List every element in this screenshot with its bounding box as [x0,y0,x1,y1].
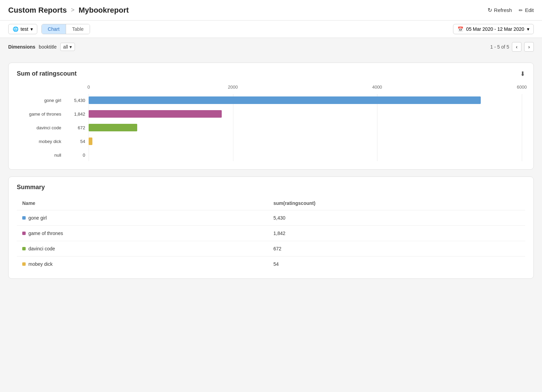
chevron-down-icon [527,26,529,32]
table-row: game of thrones 1,842 [17,226,525,241]
chevron-down-icon [69,44,72,50]
summary-row-value: 5,430 [268,210,525,226]
view-tabs: Chart Table [41,24,90,34]
summary-name-cell: davinci code [17,241,268,257]
summary-name-cell: game of thrones [17,226,268,241]
axis-label-6000: 6000 [517,84,527,90]
chart-bars: gone girl 5,430 game of thrones 1,842 da… [20,94,522,161]
chart-row-value: 672 [65,125,89,130]
chart-bar [89,124,137,131]
pagination: 1 - 5 of 5 [490,42,534,52]
chart-row: gone girl 5,430 [20,94,522,106]
summary-title: Summary [17,184,45,191]
chart-bar [89,138,92,145]
chevron-right-icon [528,44,530,50]
chart-axis: 0 2000 4000 6000 [89,84,522,93]
calendar-icon [457,26,463,32]
chart-bar [89,110,222,118]
summary-name-cell: mobey dick [17,257,268,272]
chevron-down-icon [30,26,33,32]
summary-row-value: 672 [268,241,525,257]
chart-title: Sum of ratingscount [17,70,77,77]
summary-row-name: mobey dick [28,261,53,267]
header-actions: Refresh Edit [488,7,534,13]
globe-icon [13,26,18,32]
chart-row: davinci code 672 [20,121,522,134]
chart-row-label: gone girl [20,98,65,103]
chart-row-value: 5,430 [65,98,89,103]
chart-row-value: 54 [65,139,89,144]
summary-row-name: game of thrones [28,231,63,236]
chart-row-value: 1,842 [65,112,89,117]
chevron-left-icon [516,44,518,50]
prev-page-button[interactable] [512,42,521,52]
download-icon [520,70,525,77]
chart-card-header: Sum of ratingscount [17,70,525,78]
dimensions-filter-value: all [63,44,68,50]
summary-row-value: 54 [268,257,525,272]
next-page-button[interactable] [524,42,534,52]
summary-row-name: gone girl [28,215,47,221]
chart-bar [89,96,481,104]
color-dot [22,232,26,235]
chart-row-label: null [20,153,65,158]
chart-card: Sum of ratingscount 0 2000 4000 6000 [8,63,534,170]
summary-card-header: Summary [17,184,525,191]
summary-card: Summary Name sum(ratingscount) gone girl… [8,177,534,279]
col-header-value: sum(ratingscount) [268,198,525,210]
pagination-label: 1 - 5 of 5 [490,44,509,50]
chart-bar-container [89,124,522,131]
breadcrumb-separator: > [71,6,75,14]
main-content: Sum of ratingscount 0 2000 4000 6000 [0,56,542,286]
dimensions-left: Dimensions booktitle all [8,43,75,51]
color-dot [22,262,26,266]
col-header-name: Name [17,198,268,210]
breadcrumb-root: Custom Reports [8,6,67,15]
dimensions-filter[interactable]: all [60,43,75,51]
env-label: test [21,26,28,32]
table-row: gone girl 5,430 [17,210,525,226]
chart-row-label: game of thrones [20,112,65,117]
chart-rows-wrapper: gone girl 5,430 game of thrones 1,842 da… [20,94,522,161]
table-row: mobey dick 54 [17,257,525,272]
edit-icon [519,7,523,13]
chart-row-label: davinci code [20,125,65,130]
toolbar-left: test Chart Table [8,24,90,34]
header: Custom Reports > Mybookreport Refresh Ed… [0,0,542,21]
edit-button[interactable]: Edit [519,7,534,13]
download-chart-button[interactable] [520,70,525,78]
chart-row-value: 0 [65,153,89,158]
refresh-label: Refresh [494,7,512,13]
chart-bar-container [89,110,522,118]
toolbar: test Chart Table 05 Mar 2020 - 12 Mar 20… [0,21,542,38]
chart-row: null 0 [20,149,522,161]
color-dot [22,216,26,220]
env-selector[interactable]: test [8,24,37,34]
breadcrumb-child: Mybookreport [79,6,129,15]
date-range-label: 05 Mar 2020 - 12 Mar 2020 [466,26,524,32]
chart-row: game of thrones 1,842 [20,108,522,120]
chart-bar-container [89,151,522,159]
axis-label-4000: 4000 [372,84,382,90]
chart-bar-container [89,138,522,145]
summary-row-name: davinci code [28,246,55,251]
breadcrumb: Custom Reports > Mybookreport [8,6,129,15]
summary-name-cell: gone girl [17,210,268,226]
dimensions-field: booktitle [39,44,56,50]
tab-table[interactable]: Table [66,24,90,34]
chart-row-label: mobey dick [20,139,65,144]
refresh-icon [488,7,492,13]
edit-label: Edit [525,7,534,13]
tab-chart[interactable]: Chart [42,24,66,34]
axis-label-2000: 2000 [228,84,238,90]
chart-bar-container [89,96,522,104]
chart-row: mobey dick 54 [20,135,522,147]
axis-label-0: 0 [87,84,90,90]
summary-row-value: 1,842 [268,226,525,241]
refresh-button[interactable]: Refresh [488,7,512,13]
date-range-picker[interactable]: 05 Mar 2020 - 12 Mar 2020 [453,24,534,34]
color-dot [22,247,26,250]
summary-table: Name sum(ratingscount) gone girl 5,430 g… [17,198,525,272]
dimensions-bar: Dimensions booktitle all 1 - 5 of 5 [0,38,542,56]
chart-area: 0 2000 4000 6000 gone girl 5,430 g [17,84,525,161]
